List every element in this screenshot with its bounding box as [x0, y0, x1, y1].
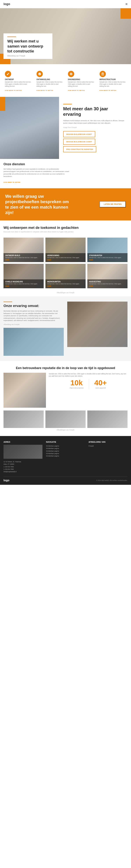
service-text-2: Sample text. Click to select the text bo… [68, 81, 95, 87]
ervaring-secondary-image [3, 328, 64, 356]
reputatie-small-img-2 [87, 410, 128, 428]
project-card-2: STADSBUNTEN Sample text. Click to select… [87, 238, 128, 262]
footer-copyright: © 2024 Mijn bedrijf. Alle rechten voorbe… [96, 479, 128, 481]
diensten-btn-0[interactable]: DESIGN-BUILD/BOUW-ASSET [63, 131, 95, 137]
hero-caption: Afbeelding van Freepik [7, 55, 48, 57]
nav-hamburger[interactable]: ≡ [125, 2, 128, 6]
service-icon-infrastructuur [100, 71, 106, 77]
footer-address-line1: Zeta, ZT 24800 [3, 463, 42, 465]
project-desc-0: Sample text. Click to select the text bo… [5, 257, 42, 258]
reputatie-section: Een betrouwbare reputatie die in de loop… [0, 361, 131, 436]
project-card-5: HUISVESTING Sample text. Click to select… [87, 264, 128, 288]
diensten-section: Onze diensten We hebben hard gewerkt om … [0, 159, 131, 188]
diensten-body: We hebben hard gewerkt om onze reputatie… [3, 168, 72, 178]
cta-text: We willen graag uw projectbehoeften besp… [5, 193, 72, 215]
toekomst-subtext: Duis aute irure dolor in reprehenderit i… [3, 231, 128, 233]
project-desc-1: Sample text. Click to select the text bo… [47, 257, 84, 258]
service-link-2[interactable]: KOM MEER TE WETEN [68, 90, 85, 91]
footer-col2-heading: NAVIGATIE [46, 441, 85, 443]
footer: ADRES 12 Uf Street, St. Yoannas Zeta, ZT… [0, 436, 131, 485]
reputatie-imgs-caption: Afbeeldingen van Freepik [3, 429, 128, 431]
footer-nav-link-2[interactable]: Schakelaar pagina [46, 450, 85, 452]
footer-phone1: 1-234-56-7890 [3, 466, 42, 468]
ervaring-body: Wij bieden diensten op het gebied van bo… [3, 310, 64, 322]
footer-nav-link-4[interactable]: Schakelaar pagina [46, 455, 85, 457]
project-more-0[interactable]: MEER [5, 259, 42, 261]
project-more-4[interactable]: MEER [47, 285, 84, 287]
project-title-2: STADSBUNTEN [89, 254, 126, 256]
toekomst-section: Wij ontwerpen met de toekomst in gedacht… [0, 220, 131, 238]
hero-text-box: Wij werken met u samen van ontwerp tot c… [3, 33, 53, 59]
reputatie-content: Sample text. Click to select the text bo… [3, 373, 128, 408]
project-label-0: ONTWERP-BUILD Sample text. Click to sele… [3, 253, 44, 262]
service-card-engineering: ENGINEERING Sample text. Click to select… [67, 69, 96, 93]
service-text-0: Sample text. Click to select the text bo… [5, 81, 32, 87]
cta-banner: We willen graag uw projectbehoeften besp… [0, 188, 131, 221]
project-label-1: VERBOUWING Sample text. Click to select … [45, 253, 86, 262]
footer-col-address: ADRES 12 Uf Street, St. Yoannas Zeta, ZT… [3, 441, 42, 473]
cta-button[interactable]: LATEN WE PRATEN [100, 201, 126, 207]
stat-block-10k: 10k Afgeronde projecten [69, 379, 84, 389]
service-icon-engineering [68, 71, 74, 77]
reputatie-small-img-1 [45, 410, 86, 428]
footer-map-image [3, 445, 42, 459]
footer-col1-heading: ADRES [3, 441, 42, 443]
service-link-1[interactable]: KOM MEER TE WETEN [36, 90, 53, 91]
project-desc-3: Sample text. Click to select the text bo… [5, 283, 42, 285]
service-icon-ontwerp [5, 71, 11, 77]
project-desc-2: Sample text. Click to select the text bo… [89, 257, 126, 258]
experience-title: Met meer dan 30 jaar ervaring [63, 106, 127, 117]
service-text-1: Sample text. Click to select the text bo… [36, 81, 63, 87]
footer-nav-link-0[interactable]: Schakelaar pagina [46, 445, 85, 447]
service-link-3[interactable]: KOM MEER TE WETEN [100, 90, 116, 91]
orange-accent-line [63, 104, 72, 104]
diensten-btn-2[interactable]: PRE-CONSTRUCTIE DIENSTEN [63, 146, 96, 152]
footer-col-credits: AFBEELDING VAN Freepik [89, 441, 128, 473]
experience-image-panel [0, 97, 59, 159]
orange-underline [7, 36, 16, 37]
project-title-4: WERKRUIMTEN [47, 281, 84, 283]
project-desc-5: Sample text. Click to select the text bo… [89, 283, 126, 285]
reputatie-heading: Een betrouwbare reputatie die in de loop… [3, 366, 128, 370]
footer-logo: logo [3, 479, 9, 482]
project-card-1: VERBOUWING Sample text. Click to select … [45, 238, 86, 262]
navbar: logo ≡ [0, 0, 131, 8]
project-label-5: HUISVESTING Sample text. Click to select… [87, 279, 128, 288]
project-card-4: WERKRUIMTEN Sample text. Click to select… [45, 264, 86, 288]
stat-divider [89, 379, 89, 389]
project-more-2[interactable]: MEER [89, 259, 126, 261]
project-label-4: WERKRUIMTEN Sample text. Click to select… [45, 279, 86, 288]
reputatie-small-img-0 [3, 410, 44, 428]
project-more-3[interactable]: MEER [5, 285, 42, 287]
diensten-cta[interactable]: KOM MEER TE WETEN [3, 182, 20, 183]
stat-10k-number: 10k [69, 379, 84, 386]
ervaring-caption: Afbeelding van Freepik [3, 323, 64, 326]
ervaring-main-image [67, 302, 128, 347]
footer-grid: ADRES 12 Uf Street, St. Yoannas Zeta, ZT… [3, 441, 128, 473]
stat-40-number: 40+ [94, 379, 107, 386]
reputatie-bottom-images [3, 410, 128, 428]
footer-col-nav: NAVIGATIE Schakelaar pagina Schakelaar p… [46, 441, 85, 473]
footer-nav-link-1[interactable]: Schakelaar pagina [46, 447, 85, 450]
hero-title: Wij werken met u samen van ontwerp tot c… [7, 39, 48, 54]
project-caption: Afbeeldingen van Freepik [0, 292, 131, 296]
project-more-5[interactable]: MEER [89, 285, 126, 287]
ervaring-heading: Onze ervaring omvat: [3, 304, 64, 308]
orange-accent-left [0, 97, 5, 111]
orange-accent-ervaring [3, 302, 12, 302]
project-title-5: HUISVESTING [89, 281, 126, 283]
footer-col3-caption: Freepik [89, 445, 128, 447]
diensten-heading: Onze diensten [3, 162, 72, 166]
service-text-3: Sample text. Click to select the text bo… [100, 81, 126, 87]
experience-body: Habitant morbi tristique senectus et. He… [63, 119, 127, 124]
diensten-btn-1[interactable]: DESIGN-BUILD/BOUW-ASSET [63, 138, 95, 145]
service-label-0: ONTWERP [5, 79, 32, 81]
footer-bottom: logo © 2024 Mijn bedrijf. Alle rechten v… [3, 476, 128, 482]
footer-email[interactable]: info@mijnbedrijf.nl [3, 470, 42, 473]
project-more-1[interactable]: MEER [47, 259, 84, 261]
footer-nav-link-3[interactable]: Schakelaar pagina [46, 452, 85, 455]
service-link-0[interactable]: KOM MEER TE WETEN [5, 90, 22, 91]
orange-accent-top-right [121, 8, 131, 19]
services-grid: ONTWERP Sample text. Click to select the… [3, 69, 128, 93]
ervaring-section: Onze ervaring omvat: Wij bieden diensten… [0, 296, 131, 361]
